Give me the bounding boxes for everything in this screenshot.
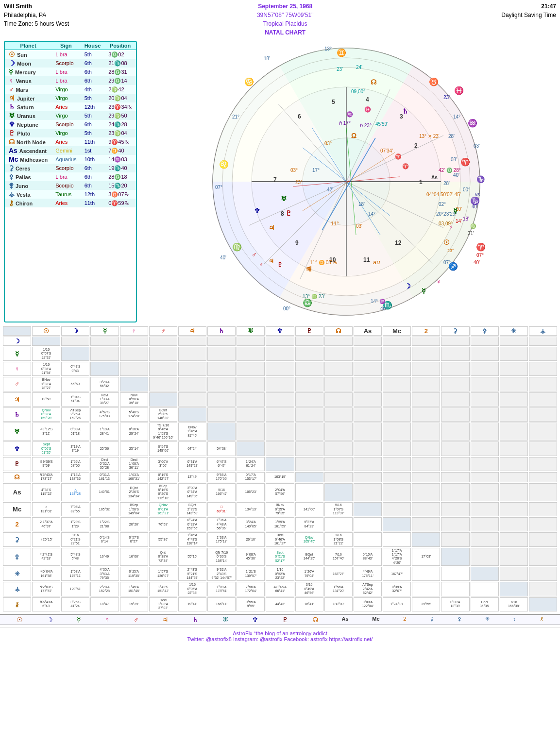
aspect-cell: [412, 362, 440, 376]
planet-position: 19♏40: [104, 164, 136, 172]
planet-symbol: ♂ Mars: [5, 85, 51, 94]
svg-text:13° ✕ 23': 13° ✕ 23': [419, 134, 440, 139]
chart-system: Tropical Placidus: [257, 19, 314, 28]
aspect-cell: [324, 362, 353, 376]
aspect-cell: [295, 457, 323, 471]
sym-pluto-bottom: ♇: [282, 616, 288, 624]
svg-text:♌: ♌: [219, 160, 229, 169]
aspect-cell: [441, 567, 469, 581]
aspect-cell: [383, 441, 411, 456]
aspect-cell: 6°47'S 6°47': [207, 457, 236, 471]
aspect-cell: 1°17'A 1°17'A 4°20'S 4°20': [383, 548, 411, 566]
aspect-cell: [500, 347, 528, 361]
planet-symbol: Mc Midheaven: [5, 155, 51, 164]
aspect-cell: [529, 407, 557, 422]
aspect-cell: [354, 483, 382, 502]
aspect-cell: 7/16 156°38': [500, 597, 528, 611]
planet-sign: Virgo: [51, 111, 80, 120]
aspect-cell: ♃0°04'A 161°58': [32, 567, 60, 581]
aspect-cell: [529, 377, 557, 391]
aspect-cell: [295, 347, 323, 361]
aspect-cell: 25°56': [90, 441, 119, 456]
aspect-cell: [324, 337, 353, 346]
svg-text:11°: 11°: [331, 220, 339, 226]
svg-text:03°: 03°: [324, 141, 332, 146]
aspect-row-header: ⚴: [3, 548, 31, 566]
aspect-row-header: ♅: [3, 423, 31, 441]
aspect-cell: [178, 407, 206, 422]
aspect-cell: [383, 472, 411, 482]
planet-row-vesta: ⚶ Vesta Taurus 12th 3♉07℞: [5, 190, 136, 199]
aspect-col-header: ♄: [207, 326, 236, 336]
aspect-cell: [500, 483, 528, 502]
aspect-col-header: ☽: [61, 326, 89, 336]
col-house: House: [81, 42, 105, 50]
planet-house: 5th: [81, 111, 105, 120]
aspect-cell: ♀25°15': [32, 532, 60, 546]
aspect-cell: TS 7/16 9°46'A 1°59'S 9°46' 156°16': [149, 423, 177, 441]
aspect-cell: [324, 457, 353, 471]
chart-coords: 39N57'08" 75W09'51": [257, 11, 314, 19]
aspect-cell: [412, 441, 440, 456]
svg-text:☽: ☽: [405, 282, 411, 290]
planet-symbol: ☉ Sun: [5, 50, 51, 59]
aspect-cell: [354, 517, 382, 531]
chart-dst: Daylight Saving Time: [501, 11, 556, 19]
aspect-cell: [120, 337, 148, 346]
aspect-cell: [354, 347, 382, 361]
aspect-cell: 26°10': [237, 532, 265, 546]
aspect-cell: 1°29'S 1°29': [61, 517, 89, 531]
aspect-cell: Decl 35°35': [471, 597, 499, 611]
aspect-row-header: As: [3, 483, 31, 502]
aspect-cell: [529, 597, 557, 611]
aspect-cell: [441, 548, 469, 566]
aspect-row-header: ☊: [3, 472, 31, 482]
svg-text:13°: 13°: [324, 46, 332, 51]
footer-line1: AstroFix *the blog of an astrology addic…: [3, 630, 557, 636]
aspect-cell: BQnt 2°29'S 143°59': [178, 502, 206, 516]
aspect-cell: 7°56'A 172°04': [237, 582, 265, 596]
aspect-row-header: ♇: [3, 457, 31, 471]
aspect-cell: 163°19': [266, 472, 294, 482]
aspect-cell: 13°49': [178, 472, 206, 482]
aspect-cell: 1°04'S 61°04': [61, 392, 89, 407]
aspect-cell: [412, 423, 440, 441]
aspect-cell: 1°42'S 151°42': [149, 582, 177, 596]
svg-text:♒: ♒: [346, 111, 353, 118]
aspect-col-header: ♆: [266, 326, 294, 336]
aspect-cell: 2 1°37'A 46°37': [32, 517, 60, 531]
aspect-cell: [383, 483, 411, 502]
planet-sign: Virgo: [51, 129, 80, 137]
col-position: Position: [104, 42, 136, 50]
aspect-cell: 1°22'S 21°08': [90, 517, 119, 531]
aspect-col-header: ☉: [32, 326, 60, 336]
aspect-cell: [500, 517, 528, 531]
planet-row-sun: ☉ Sun Libra 5th 3♎02: [5, 50, 136, 59]
aspect-cell: [324, 441, 353, 456]
svg-text:28': 28': [448, 134, 455, 139]
aspect-cell: [471, 347, 499, 361]
svg-text:♍: ♍: [470, 223, 476, 229]
aspect-cell: BQnt 2°30'S 146°30': [149, 407, 177, 422]
aspect-cell: 7°05'A 82°55': [61, 502, 89, 516]
planet-symbol: ♀ Venus: [5, 76, 51, 85]
aspect-cell: [237, 423, 265, 441]
svg-text:03°: 03°: [290, 168, 298, 173]
svg-text:00°: 00°: [283, 306, 290, 311]
natal-chart-svg: 1 2 3 4 5 6 7 8 9 10 11 12 ♈ ♉ ♊ ♋ ♌ ♍: [205, 41, 487, 322]
planet-symbol: ♃ Jupiter: [5, 94, 51, 102]
aspect-cell: [441, 517, 469, 531]
footer-line2: Twitter: @astrofix8 Instagram: @astrofix…: [3, 636, 557, 642]
planet-house: 6th: [81, 181, 105, 190]
aspect-grid-row: ♄QNov 0°32'A 159°28'ΛTSep 2°26'A 152°26'…: [3, 407, 557, 422]
aspect-cell: [529, 362, 557, 376]
aspect-cell: [412, 483, 440, 502]
planet-position: 0♈59℞: [104, 199, 136, 207]
aspect-cell: [471, 392, 499, 407]
sym-2-bottom: 2: [403, 616, 406, 624]
aspect-cell: [441, 377, 469, 391]
aspect-cell: [295, 362, 323, 376]
svg-text:☊: ☊: [371, 78, 377, 86]
aspect-cell: [441, 532, 469, 546]
aspect-cell: 1°13'A 138°36': [61, 472, 89, 482]
